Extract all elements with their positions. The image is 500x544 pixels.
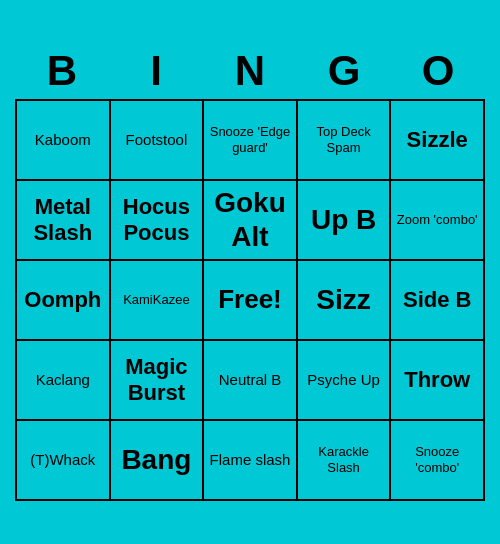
bingo-cell-text-1-4: Zoom 'combo' bbox=[397, 212, 478, 228]
bingo-cell-3-1: Magic Burst bbox=[111, 341, 205, 421]
bingo-cell-1-4: Zoom 'combo' bbox=[391, 181, 485, 261]
bingo-cell-text-1-3: Up B bbox=[311, 203, 376, 237]
bingo-cell-text-1-1: Hocus Pocus bbox=[115, 194, 199, 247]
bingo-cell-text-3-2: Neutral B bbox=[219, 371, 282, 389]
bingo-cell-text-3-0: Kaclang bbox=[36, 371, 90, 389]
bingo-cell-0-0: Kaboom bbox=[17, 101, 111, 181]
bingo-cell-text-4-2: Flame slash bbox=[210, 451, 291, 469]
bingo-cell-1-0: Metal Slash bbox=[17, 181, 111, 261]
bingo-cell-0-3: Top Deck Spam bbox=[298, 101, 392, 181]
bingo-cell-2-0: Oomph bbox=[17, 261, 111, 341]
header-letter-G: G bbox=[297, 43, 391, 99]
header-letter-N: N bbox=[203, 43, 297, 99]
bingo-cell-text-4-4: Snooze 'combo' bbox=[395, 444, 479, 475]
bingo-cell-3-4: Throw bbox=[391, 341, 485, 421]
bingo-cell-text-2-1: KamiKazee bbox=[123, 292, 189, 308]
bingo-cell-2-2: Free! bbox=[204, 261, 298, 341]
header-letter-I: I bbox=[109, 43, 203, 99]
bingo-cell-4-2: Flame slash bbox=[204, 421, 298, 501]
bingo-cell-text-0-0: Kaboom bbox=[35, 131, 91, 149]
bingo-cell-text-3-3: Psyche Up bbox=[307, 371, 380, 389]
bingo-cell-2-1: KamiKazee bbox=[111, 261, 205, 341]
bingo-cell-2-3: Sizz bbox=[298, 261, 392, 341]
bingo-cell-text-3-4: Throw bbox=[404, 367, 470, 393]
bingo-cell-text-0-4: Sizzle bbox=[407, 127, 468, 153]
bingo-cell-text-0-1: Footstool bbox=[126, 131, 188, 149]
bingo-cell-text-0-3: Top Deck Spam bbox=[302, 124, 386, 155]
bingo-cell-3-3: Psyche Up bbox=[298, 341, 392, 421]
bingo-cell-text-3-1: Magic Burst bbox=[115, 354, 199, 407]
bingo-cell-2-4: Side B bbox=[391, 261, 485, 341]
bingo-cell-text-2-3: Sizz bbox=[316, 283, 370, 317]
bingo-cell-0-4: Sizzle bbox=[391, 101, 485, 181]
header-letter-B: B bbox=[15, 43, 109, 99]
bingo-cell-text-1-0: Metal Slash bbox=[21, 194, 105, 247]
bingo-cell-4-0: (T)Whack bbox=[17, 421, 111, 501]
bingo-cell-text-4-0: (T)Whack bbox=[30, 451, 95, 469]
bingo-cell-3-2: Neutral B bbox=[204, 341, 298, 421]
bingo-cell-0-2: Snooze 'Edge guard' bbox=[204, 101, 298, 181]
bingo-cell-text-0-2: Snooze 'Edge guard' bbox=[208, 124, 292, 155]
bingo-cell-text-4-3: Karackle Slash bbox=[302, 444, 386, 475]
bingo-card: BINGO KaboomFootstoolSnooze 'Edge guard'… bbox=[15, 43, 485, 501]
bingo-cell-1-3: Up B bbox=[298, 181, 392, 261]
bingo-cell-text-2-4: Side B bbox=[403, 287, 471, 313]
bingo-grid: KaboomFootstoolSnooze 'Edge guard'Top De… bbox=[15, 99, 485, 501]
bingo-cell-1-2: Goku Alt bbox=[204, 181, 298, 261]
bingo-cell-4-1: Bang bbox=[111, 421, 205, 501]
bingo-cell-text-4-1: Bang bbox=[121, 443, 191, 477]
bingo-cell-text-1-2: Goku Alt bbox=[208, 186, 292, 253]
bingo-cell-3-0: Kaclang bbox=[17, 341, 111, 421]
bingo-cell-0-1: Footstool bbox=[111, 101, 205, 181]
bingo-cell-1-1: Hocus Pocus bbox=[111, 181, 205, 261]
bingo-cell-text-2-2: Free! bbox=[218, 284, 282, 315]
bingo-header: BINGO bbox=[15, 43, 485, 99]
bingo-cell-text-2-0: Oomph bbox=[24, 287, 101, 313]
header-letter-O: O bbox=[391, 43, 485, 99]
bingo-cell-4-4: Snooze 'combo' bbox=[391, 421, 485, 501]
bingo-cell-4-3: Karackle Slash bbox=[298, 421, 392, 501]
